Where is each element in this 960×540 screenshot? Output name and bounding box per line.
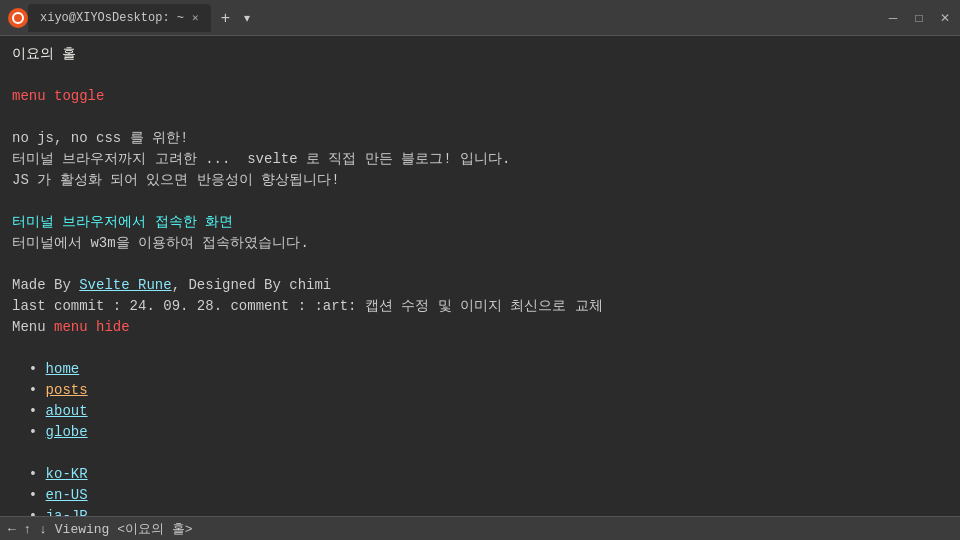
en-us-link[interactable]: en-US [46, 487, 88, 503]
blank-line-2 [12, 107, 948, 128]
ubuntu-icon [8, 8, 28, 28]
maximize-button[interactable]: □ [912, 11, 926, 25]
terminal-heading: 터미널 브라우저에서 접속한 화면 [12, 212, 948, 233]
posts-link[interactable]: posts [46, 382, 88, 398]
new-tab-button[interactable]: + [215, 9, 236, 27]
nav-posts: • posts [12, 380, 948, 401]
tab-dropdown-button[interactable]: ▾ [240, 11, 254, 25]
nav-about: • about [12, 401, 948, 422]
blank-line-6 [12, 443, 948, 464]
ja-jp-link[interactable]: ja-JP [46, 508, 88, 516]
close-button[interactable]: ✕ [938, 11, 952, 25]
tab-title: xiyo@XIYOsDesktop: ~ [40, 11, 184, 25]
menu-toggle[interactable]: menu toggle [12, 86, 948, 107]
blank-line-5 [12, 338, 948, 359]
status-text: ← ↑ ↓ Viewing <이요의 홀> [8, 520, 193, 538]
home-link[interactable]: home [46, 361, 80, 377]
nav-home: • home [12, 359, 948, 380]
last-commit-line: last commit : 24. 09. 28. comment : :art… [12, 296, 948, 317]
statusbar: ← ↑ ↓ Viewing <이요의 홀> [0, 516, 960, 540]
lang-en: • en-US [12, 485, 948, 506]
blank-line-4 [12, 254, 948, 275]
about-link[interactable]: about [46, 403, 88, 419]
terminal-desc: 터미널에서 w3m을 이용하여 접속하였습니다. [12, 233, 948, 254]
blank-line-3 [12, 191, 948, 212]
titlebar-controls: ─ □ ✕ [886, 11, 952, 25]
minimize-button[interactable]: ─ [886, 11, 900, 25]
ubuntu-icon-inner [12, 12, 24, 24]
made-by-line: Made By Svelte Rune, Designed By chimi [12, 275, 948, 296]
titlebar: xiyo@XIYOsDesktop: ~ ✕ + ▾ ─ □ ✕ [0, 0, 960, 36]
desc-line1: no js, no css 를 위한! [12, 128, 948, 149]
globe-link[interactable]: globe [46, 424, 88, 440]
titlebar-left [8, 8, 28, 28]
desc-line2: 터미널 브라우저까지 고려한 ... svelte 로 직접 만든 블로그! 입… [12, 149, 948, 170]
tab-area: xiyo@XIYOsDesktop: ~ ✕ + ▾ [28, 4, 886, 32]
ko-kr-link[interactable]: ko-KR [46, 466, 88, 482]
menu-hide-link[interactable]: menu hide [54, 319, 130, 335]
lang-ja: • ja-JP [12, 506, 948, 516]
menu-line: Menu menu hide [12, 317, 948, 338]
active-tab[interactable]: xiyo@XIYOsDesktop: ~ ✕ [28, 4, 211, 32]
tab-close-button[interactable]: ✕ [192, 11, 199, 24]
page-title: 이요의 홀 [12, 44, 948, 65]
blank-line-1 [12, 65, 948, 86]
svelte-rune-link[interactable]: Svelte Rune [79, 277, 171, 293]
desc-line3: JS 가 활성화 되어 있으면 반응성이 향상됩니다! [12, 170, 948, 191]
terminal-content: 이요의 홀 menu toggle no js, no css 를 위한! 터미… [0, 36, 960, 516]
nav-globe: • globe [12, 422, 948, 443]
lang-ko: • ko-KR [12, 464, 948, 485]
